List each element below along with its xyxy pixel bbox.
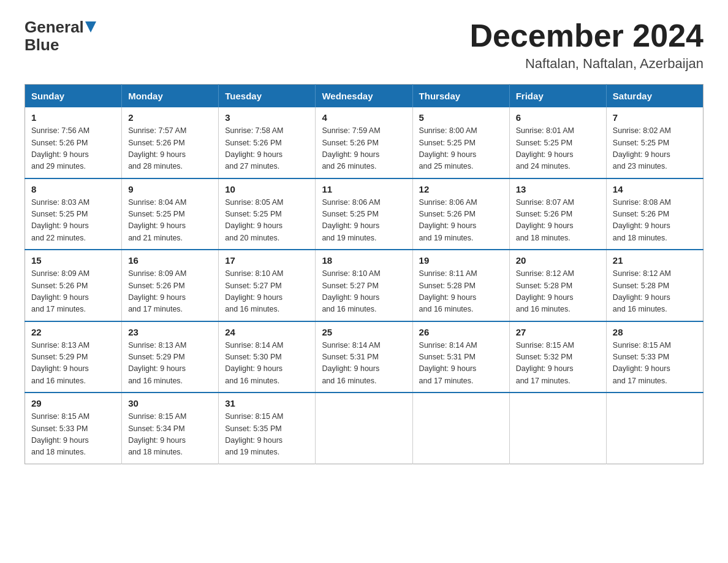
location-title: Naftalan, Naftalan, Azerbaijan: [469, 56, 703, 72]
calendar-cell: [412, 393, 509, 464]
day-info: Sunrise: 8:12 AMSunset: 5:28 PMDaylight:…: [516, 268, 600, 316]
calendar-cell: 24Sunrise: 8:14 AMSunset: 5:30 PMDayligh…: [219, 321, 316, 393]
logo-general-text: General: [25, 18, 84, 36]
calendar-cell: 17Sunrise: 8:10 AMSunset: 5:27 PMDayligh…: [219, 250, 316, 321]
day-info: Sunrise: 8:11 AMSunset: 5:28 PMDaylight:…: [419, 268, 503, 316]
day-info: Sunrise: 8:15 AMSunset: 5:33 PMDaylight:…: [31, 411, 115, 459]
calendar-cell: 15Sunrise: 8:09 AMSunset: 5:26 PMDayligh…: [25, 250, 122, 321]
day-info: Sunrise: 7:57 AMSunset: 5:26 PMDaylight:…: [128, 125, 212, 173]
calendar-cell: 29Sunrise: 8:15 AMSunset: 5:33 PMDayligh…: [25, 393, 122, 464]
day-number: 9: [128, 184, 212, 194]
day-number: 31: [225, 398, 309, 408]
day-info: Sunrise: 8:00 AMSunset: 5:25 PMDaylight:…: [419, 125, 503, 173]
svg-marker-0: [85, 21, 96, 33]
day-info: Sunrise: 8:14 AMSunset: 5:30 PMDaylight:…: [225, 340, 309, 388]
calendar-cell: [316, 393, 412, 464]
day-info: Sunrise: 7:59 AMSunset: 5:26 PMDaylight:…: [322, 125, 406, 173]
day-info: Sunrise: 8:13 AMSunset: 5:29 PMDaylight:…: [31, 340, 115, 388]
logo: General Blue: [25, 18, 96, 53]
calendar-cell: 28Sunrise: 8:15 AMSunset: 5:33 PMDayligh…: [606, 321, 703, 393]
day-number: 6: [516, 112, 600, 123]
day-number: 27: [516, 327, 600, 337]
day-info: Sunrise: 8:03 AMSunset: 5:25 PMDaylight:…: [31, 197, 115, 245]
calendar-week-4: 22Sunrise: 8:13 AMSunset: 5:29 PMDayligh…: [25, 321, 703, 393]
calendar-cell: 10Sunrise: 8:05 AMSunset: 5:25 PMDayligh…: [219, 178, 316, 250]
calendar-week-1: 1Sunrise: 7:56 AMSunset: 5:26 PMDaylight…: [25, 107, 703, 178]
day-info: Sunrise: 8:04 AMSunset: 5:25 PMDaylight:…: [128, 197, 212, 245]
day-info: Sunrise: 8:06 AMSunset: 5:25 PMDaylight:…: [322, 197, 406, 245]
weekday-header-thursday: Thursday: [412, 85, 509, 108]
calendar-cell: 14Sunrise: 8:08 AMSunset: 5:26 PMDayligh…: [606, 178, 703, 250]
day-number: 10: [225, 184, 309, 194]
day-info: Sunrise: 8:15 AMSunset: 5:34 PMDaylight:…: [128, 411, 212, 459]
day-info: Sunrise: 7:56 AMSunset: 5:26 PMDaylight:…: [31, 125, 115, 173]
day-number: 7: [613, 112, 697, 123]
day-number: 4: [322, 112, 406, 123]
day-number: 8: [31, 184, 115, 194]
calendar-cell: 2Sunrise: 7:57 AMSunset: 5:26 PMDaylight…: [122, 107, 219, 178]
calendar-cell: 26Sunrise: 8:14 AMSunset: 5:31 PMDayligh…: [412, 321, 509, 393]
calendar-cell: 27Sunrise: 8:15 AMSunset: 5:32 PMDayligh…: [509, 321, 606, 393]
day-info: Sunrise: 8:13 AMSunset: 5:29 PMDaylight:…: [128, 340, 212, 388]
weekday-header-wednesday: Wednesday: [316, 85, 412, 108]
calendar-table: SundayMondayTuesdayWednesdayThursdayFrid…: [25, 84, 703, 464]
day-number: 29: [31, 398, 115, 408]
day-info: Sunrise: 8:10 AMSunset: 5:27 PMDaylight:…: [225, 268, 309, 316]
day-number: 5: [419, 112, 503, 123]
calendar-cell: 4Sunrise: 7:59 AMSunset: 5:26 PMDaylight…: [316, 107, 412, 178]
day-info: Sunrise: 8:06 AMSunset: 5:26 PMDaylight:…: [419, 197, 503, 245]
calendar-cell: 22Sunrise: 8:13 AMSunset: 5:29 PMDayligh…: [25, 321, 122, 393]
calendar-cell: 6Sunrise: 8:01 AMSunset: 5:25 PMDaylight…: [509, 107, 606, 178]
day-number: 17: [225, 255, 309, 266]
calendar-cell: 23Sunrise: 8:13 AMSunset: 5:29 PMDayligh…: [122, 321, 219, 393]
calendar-cell: 16Sunrise: 8:09 AMSunset: 5:26 PMDayligh…: [122, 250, 219, 321]
calendar-cell: 3Sunrise: 7:58 AMSunset: 5:26 PMDaylight…: [219, 107, 316, 178]
day-number: 20: [516, 255, 600, 266]
weekday-header-row: SundayMondayTuesdayWednesdayThursdayFrid…: [25, 85, 703, 108]
calendar-cell: 13Sunrise: 8:07 AMSunset: 5:26 PMDayligh…: [509, 178, 606, 250]
day-number: 15: [31, 255, 115, 266]
day-info: Sunrise: 8:07 AMSunset: 5:26 PMDaylight:…: [516, 197, 600, 245]
calendar-week-2: 8Sunrise: 8:03 AMSunset: 5:25 PMDaylight…: [25, 178, 703, 250]
day-info: Sunrise: 8:14 AMSunset: 5:31 PMDaylight:…: [322, 340, 406, 388]
day-number: 12: [419, 184, 503, 194]
day-info: Sunrise: 8:15 AMSunset: 5:32 PMDaylight:…: [516, 340, 600, 388]
day-number: 28: [613, 327, 697, 337]
logo-blue-text: Blue: [25, 36, 59, 54]
calendar-cell: 25Sunrise: 8:14 AMSunset: 5:31 PMDayligh…: [316, 321, 412, 393]
page-header: General Blue December 2024 Naftalan, Naf…: [25, 18, 703, 72]
weekday-header-friday: Friday: [509, 85, 606, 108]
day-number: 30: [128, 398, 212, 408]
weekday-header-monday: Monday: [122, 85, 219, 108]
day-info: Sunrise: 8:02 AMSunset: 5:25 PMDaylight:…: [613, 125, 697, 173]
calendar-cell: 1Sunrise: 7:56 AMSunset: 5:26 PMDaylight…: [25, 107, 122, 178]
day-number: 11: [322, 184, 406, 194]
day-number: 21: [613, 255, 697, 266]
day-number: 25: [322, 327, 406, 337]
day-number: 2: [128, 112, 212, 123]
calendar-week-3: 15Sunrise: 8:09 AMSunset: 5:26 PMDayligh…: [25, 250, 703, 321]
day-number: 23: [128, 327, 212, 337]
day-info: Sunrise: 8:14 AMSunset: 5:31 PMDaylight:…: [419, 340, 503, 388]
weekday-header-sunday: Sunday: [25, 85, 122, 108]
logo-triangle-icon: [85, 20, 96, 34]
weekday-header-saturday: Saturday: [606, 85, 703, 108]
day-info: Sunrise: 8:08 AMSunset: 5:26 PMDaylight:…: [613, 197, 697, 245]
day-number: 18: [322, 255, 406, 266]
day-info: Sunrise: 7:58 AMSunset: 5:26 PMDaylight:…: [225, 125, 309, 173]
day-info: Sunrise: 8:10 AMSunset: 5:27 PMDaylight:…: [322, 268, 406, 316]
day-info: Sunrise: 8:05 AMSunset: 5:25 PMDaylight:…: [225, 197, 309, 245]
calendar-cell: 21Sunrise: 8:12 AMSunset: 5:28 PMDayligh…: [606, 250, 703, 321]
calendar-cell: 8Sunrise: 8:03 AMSunset: 5:25 PMDaylight…: [25, 178, 122, 250]
day-info: Sunrise: 8:01 AMSunset: 5:25 PMDaylight:…: [516, 125, 600, 173]
calendar-cell: [509, 393, 606, 464]
day-info: Sunrise: 8:09 AMSunset: 5:26 PMDaylight:…: [128, 268, 212, 316]
calendar-cell: 11Sunrise: 8:06 AMSunset: 5:25 PMDayligh…: [316, 178, 412, 250]
calendar-cell: [606, 393, 703, 464]
calendar-cell: 20Sunrise: 8:12 AMSunset: 5:28 PMDayligh…: [509, 250, 606, 321]
day-info: Sunrise: 8:09 AMSunset: 5:26 PMDaylight:…: [31, 268, 115, 316]
calendar-cell: 31Sunrise: 8:15 AMSunset: 5:35 PMDayligh…: [219, 393, 316, 464]
day-info: Sunrise: 8:12 AMSunset: 5:28 PMDaylight:…: [613, 268, 697, 316]
calendar-cell: 18Sunrise: 8:10 AMSunset: 5:27 PMDayligh…: [316, 250, 412, 321]
day-info: Sunrise: 8:15 AMSunset: 5:33 PMDaylight:…: [613, 340, 697, 388]
